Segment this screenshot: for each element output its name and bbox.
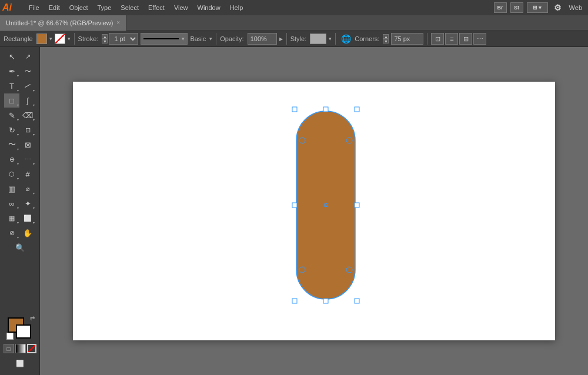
warp-arrow: ▾ [17, 147, 19, 151]
tool-select[interactable]: ↖ [4, 49, 19, 63]
opacity-label: Opacity: [220, 35, 243, 42]
swap-colors-icon[interactable]: ⇄ [30, 315, 35, 322]
tool-mesh[interactable]: # [20, 167, 35, 181]
stroke-color-swatch[interactable] [16, 324, 31, 339]
tool-artboard[interactable]: ⬜ ▾ [20, 211, 35, 225]
bridge-icon-br[interactable]: Br [494, 2, 507, 13]
tool-zoom[interactable]: 🔍 [12, 240, 28, 255]
rect-arrow: ▾ [17, 103, 19, 107]
tool-eraser[interactable]: ⌫ ▾ [20, 108, 35, 122]
tool-warp[interactable]: 〜 ▾ [4, 138, 19, 152]
tool-hand[interactable]: ✋ [20, 226, 35, 240]
style-arrow[interactable]: ▾ [329, 36, 332, 42]
eraser-icon: ⌫ [22, 111, 33, 120]
menu-type[interactable]: Type [93, 3, 116, 12]
menu-select[interactable]: Select [116, 3, 143, 12]
tool-row-zoom: 🔍 [12, 240, 28, 255]
menu-file[interactable]: File [25, 3, 44, 12]
corners-spinners[interactable]: ▲ ▼ [383, 34, 389, 43]
stroke-up[interactable]: ▲ [102, 34, 108, 39]
tool-graph[interactable]: ▦ ▾ [4, 211, 19, 225]
web-label: Web [566, 4, 586, 11]
shape-builder-icon: ⊕ [9, 156, 15, 163]
warp-icon: 〜 [8, 139, 16, 150]
corners-down[interactable]: ▼ [383, 39, 389, 43]
pathfinder-icon[interactable]: ⊞ [459, 33, 472, 45]
tool-direct-select[interactable]: ↗ [20, 49, 35, 63]
menu-effect[interactable]: Effect [144, 3, 169, 12]
divider-5 [427, 33, 427, 45]
stroke-arrow[interactable]: ▾ [68, 36, 71, 42]
fill-swatch[interactable] [36, 34, 47, 44]
corners-input[interactable] [391, 33, 423, 45]
tool-perspective-grid[interactable]: ⬡ ▾ [4, 167, 19, 181]
stroke-style-preview[interactable]: ▾ [141, 33, 188, 45]
tool-pencil[interactable]: ✎ ▾ [4, 108, 19, 122]
fill-arrow[interactable]: ▾ [49, 36, 52, 42]
graph-icon: ▦ [9, 215, 15, 222]
opacity-arrow[interactable]: ▶ [279, 36, 283, 42]
tool-symbol-spray[interactable]: ✦ ▾ [20, 196, 35, 210]
bridge-icons: Br St ⊞ ▾ ⚙ [494, 2, 564, 13]
tool-slice[interactable]: ⊘ ▾ [4, 226, 19, 240]
menu-edit[interactable]: Edit [45, 3, 64, 12]
menu-help[interactable]: Help [226, 3, 248, 12]
menu-view[interactable]: View [170, 3, 192, 12]
opacity-input[interactable] [248, 33, 277, 45]
style-swatch[interactable] [310, 34, 326, 44]
change-screen-mode[interactable]: ⬜ [5, 356, 35, 370]
slice-arrow: ▾ [17, 235, 19, 239]
line-segment-icon: / [24, 82, 32, 90]
tool-rotate[interactable]: ↻ ▾ [4, 123, 19, 137]
tool-gradient[interactable]: ▥ [4, 182, 19, 196]
tool-shape-builder[interactable]: ⊕ ▾ [4, 152, 19, 166]
menu-object[interactable]: Object [65, 3, 92, 12]
globe-icon[interactable]: 🌐 [339, 33, 352, 45]
live-paint-icon: ⋯ [25, 156, 31, 163]
solid-color-btn[interactable]: □ [4, 344, 14, 353]
tool-line-segment[interactable]: / ▾ [20, 79, 35, 93]
shape-type-label: Rectangle [4, 35, 33, 42]
stroke-swatch[interactable] [55, 34, 65, 44]
divider-3 [286, 33, 287, 45]
stroke-spinners[interactable]: ▲ ▼ [102, 34, 108, 43]
no-color-btn[interactable] [27, 344, 36, 353]
gradient-btn[interactable] [15, 344, 26, 353]
line-arrow: ▾ [33, 88, 35, 92]
canvas-area[interactable] [40, 47, 588, 375]
align-distribute-icon[interactable]: ≡ [445, 33, 458, 45]
tool-type[interactable]: T ▾ [4, 79, 19, 93]
tool-paintbrush[interactable]: ∫ ▾ [20, 93, 35, 108]
tool-row-perspective: ⬡ ▾ # [4, 167, 35, 181]
tool-free-transform[interactable]: ⊠ [20, 138, 35, 152]
more-options-icon[interactable]: ⋯ [473, 33, 486, 45]
menu-window[interactable]: Window [193, 3, 225, 12]
svg-rect-3 [355, 107, 359, 112]
transform-align-icon[interactable]: ⊡ [431, 33, 444, 45]
symbol-arrow: ▾ [33, 206, 35, 210]
workspace-switcher[interactable]: ⊞ ▾ [527, 2, 548, 13]
document-tab[interactable]: Untitled-1* @ 66.67% (RGB/Preview) × [0, 15, 126, 31]
tool-eyedropper[interactable]: ⌀ ▾ [20, 182, 35, 196]
arrange-icon[interactable]: ⚙ [552, 2, 564, 13]
curvature-icon: 〜 [25, 67, 31, 76]
corners-up[interactable]: ▲ [383, 34, 389, 39]
shape-builder-arrow: ▾ [17, 162, 19, 166]
stroke-width-dropdown[interactable]: 1 pt [109, 33, 138, 45]
tab-close-button[interactable]: × [116, 19, 120, 26]
gradient-icon: ▥ [8, 185, 15, 193]
stroke-down[interactable]: ▼ [102, 39, 108, 43]
default-colors-icon[interactable] [6, 333, 14, 340]
tool-blend[interactable]: ∞ ▾ [4, 196, 19, 210]
basic-arrow[interactable]: ▾ [209, 36, 212, 42]
symbol-spray-icon: ✦ [25, 199, 31, 208]
tool-rectangle[interactable]: □ ▾ [4, 93, 19, 108]
shape-container[interactable] [285, 105, 367, 317]
tool-scale[interactable]: ⊡ ▾ [20, 123, 35, 137]
tool-row-type: T ▾ / ▾ [4, 79, 35, 93]
tool-row-blend: ∞ ▾ ✦ ▾ [4, 196, 35, 210]
tool-curvature[interactable]: 〜 [20, 64, 35, 78]
tool-pen[interactable]: ✒ ▾ [4, 64, 19, 78]
tool-live-paint[interactable]: ⋯ ▾ [20, 152, 35, 166]
bridge-icon-st[interactable]: St [510, 2, 523, 13]
